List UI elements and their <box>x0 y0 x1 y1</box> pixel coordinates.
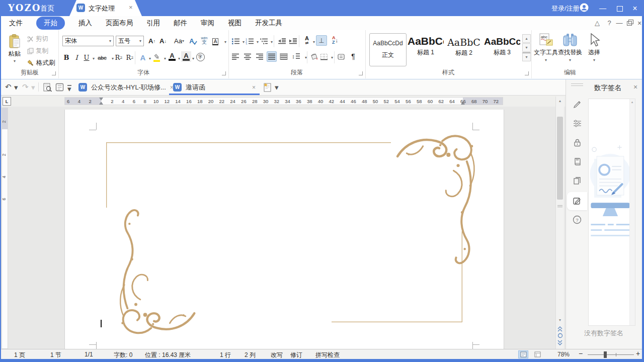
zoom-in-icon[interactable]: + <box>636 349 640 357</box>
styles-more-icon[interactable]: ▾ <box>522 52 531 61</box>
align-left-button[interactable] <box>230 51 240 62</box>
menu-file[interactable]: 文件 <box>9 19 23 28</box>
styles-scroll-down-icon[interactable]: ▾ <box>522 43 531 52</box>
web-layout-view-icon[interactable] <box>532 350 542 358</box>
previous-page-icon[interactable] <box>557 326 563 332</box>
style-heading1[interactable]: AaBbCc 标题 1 <box>408 33 444 65</box>
style-normal[interactable]: AaBbCcDd 正文 <box>369 33 407 66</box>
font-dialog-launcher-icon[interactable] <box>222 71 226 75</box>
paragraph-layout-button[interactable] <box>336 51 346 62</box>
maximize-button[interactable] <box>617 6 623 12</box>
bold-button[interactable]: B <box>61 52 71 63</box>
pane-handle-icon[interactable] <box>571 83 583 84</box>
font-size-select[interactable]: 五号▾ <box>116 36 144 46</box>
next-page-icon[interactable] <box>557 340 563 346</box>
change-case-button[interactable]: Aa▾ <box>172 36 186 46</box>
overtype-toggle[interactable]: 改写 <box>271 351 283 359</box>
document-page[interactable] <box>64 110 504 349</box>
undo-icon[interactable]: ↶ <box>5 82 12 92</box>
track-changes-toggle[interactable]: 修订 <box>290 351 302 359</box>
subscript-button[interactable]: R2 <box>114 52 124 63</box>
character-border-button[interactable]: A <box>210 36 220 47</box>
zoom-slider-track[interactable] <box>588 354 634 355</box>
new-document-icon[interactable] <box>264 82 272 92</box>
word-count[interactable]: 字数: 0 <box>114 351 132 359</box>
multilevel-dropdown-icon[interactable]: ▾ <box>267 37 277 47</box>
undo-dropdown-icon[interactable]: ▾ <box>14 85 18 89</box>
cut-button[interactable]: 剪切 <box>27 35 48 43</box>
text-tool-dropdown-icon[interactable]: ▾ <box>545 58 547 62</box>
justify-button[interactable] <box>267 51 277 62</box>
vertical-scrollbar[interactable]: ▴ ▾ <box>555 97 564 349</box>
style-heading3[interactable]: AaBbCcD 标题 3 <box>484 33 520 65</box>
menu-insert[interactable]: 插入 <box>78 19 92 28</box>
indent-tool-button[interactable]: ⊥ <box>316 35 327 46</box>
paragraph-dialog-launcher-icon[interactable] <box>359 71 363 75</box>
shrink-font-button[interactable]: A↓ <box>158 36 168 46</box>
align-right-button[interactable] <box>255 51 265 62</box>
hanging-indent-marker[interactable] <box>99 102 103 105</box>
sort-button[interactable]: AZ ↓ <box>330 35 340 45</box>
shading-button[interactable] <box>309 51 319 62</box>
show-marks-button[interactable]: ¶ <box>348 51 358 61</box>
paste-button[interactable]: 粘贴 ▾ <box>4 34 25 63</box>
increase-indent-button[interactable] <box>288 36 298 46</box>
file-tab-2-active[interactable]: W 邀请函 × <box>169 79 260 95</box>
strikethrough-button[interactable]: abc <box>96 52 109 63</box>
grow-font-button[interactable]: A↑ <box>147 36 157 46</box>
zoom-slider-handle[interactable] <box>604 351 607 358</box>
scroll-up-icon[interactable]: ▴ <box>556 99 564 103</box>
print-preview-icon[interactable] <box>43 83 52 92</box>
menu-developer[interactable]: 开发工具 <box>255 19 282 28</box>
print-layout-view-icon[interactable] <box>518 350 528 358</box>
pane-close-icon[interactable]: × <box>633 83 637 91</box>
menu-page-layout[interactable]: 页面布局 <box>106 19 133 28</box>
find-replace-button[interactable]: 查找替换 ▾ <box>558 33 582 73</box>
home-button[interactable]: 首页 <box>40 4 54 13</box>
redo-dropdown-icon[interactable]: ▾ <box>31 85 35 89</box>
more-quick-access-icon[interactable]: ▾ <box>67 85 71 91</box>
tab-selector[interactable]: L <box>3 97 11 106</box>
settings-sliders-icon[interactable] <box>572 118 583 129</box>
help-icon[interactable]: ? <box>605 19 614 27</box>
select-browse-object-icon[interactable] <box>557 333 563 338</box>
enclose-characters-button[interactable]: 字 <box>195 52 205 62</box>
style-heading2[interactable]: AaBbC 标题 2 <box>446 33 482 65</box>
select-dropdown-icon[interactable]: ▾ <box>593 58 595 62</box>
spellcheck-toggle[interactable]: 拼写检查 <box>315 351 340 359</box>
menu-review[interactable]: 审阅 <box>201 19 214 28</box>
menu-references[interactable]: 引用 <box>146 19 160 28</box>
format-painter-button[interactable]: 格式刷 <box>27 59 55 67</box>
app-tab-close-icon[interactable]: × <box>129 4 133 11</box>
pages-icon[interactable] <box>572 175 583 186</box>
find-replace-dropdown-icon[interactable]: ▾ <box>569 58 571 62</box>
user-avatar-icon[interactable] <box>580 3 589 12</box>
minimize-button[interactable]: — <box>598 4 608 12</box>
styles-dialog-launcher-icon[interactable] <box>525 71 529 75</box>
file-tab-1[interactable]: W 公众号次条-HYL-职场修... × <box>74 79 178 95</box>
menu-home[interactable]: 开始 <box>36 17 65 30</box>
page-setup-icon[interactable] <box>55 83 64 92</box>
digital-signature-tab-icon[interactable] <box>567 192 587 210</box>
help-circle-icon[interactable]: ? <box>572 214 583 225</box>
scrollbar-thumb[interactable] <box>557 117 563 200</box>
align-center-button[interactable] <box>243 51 253 62</box>
decrease-indent-button[interactable] <box>277 36 287 46</box>
panel-scrollbar[interactable]: ▴ <box>629 99 635 325</box>
app-tab-word[interactable]: W 文字处理 × <box>69 0 142 16</box>
lock-icon[interactable] <box>572 137 583 148</box>
file-tab-close-icon[interactable]: × <box>252 84 256 91</box>
doc-minimize-icon[interactable]: — <box>615 19 624 27</box>
zoom-level[interactable]: 78% <box>557 351 570 358</box>
italic-button[interactable]: I <box>71 52 82 63</box>
line-spacing-button[interactable]: ↕ <box>291 51 301 61</box>
menu-view[interactable]: 视图 <box>228 19 242 28</box>
styles-scroll-up-icon[interactable]: ▴ <box>522 34 531 43</box>
phonetic-guide-button[interactable]: wén 文 <box>199 35 209 45</box>
signature-pen-icon[interactable] <box>572 99 583 110</box>
text-tool-button[interactable]: abc 文字工具 ▾ <box>534 33 557 73</box>
font-family-select[interactable]: 宋体▾ <box>62 36 114 46</box>
text-effects-button[interactable]: A <box>188 36 198 46</box>
select-button[interactable]: 选择 ▾ <box>583 33 606 73</box>
distribute-button[interactable] <box>279 51 289 62</box>
